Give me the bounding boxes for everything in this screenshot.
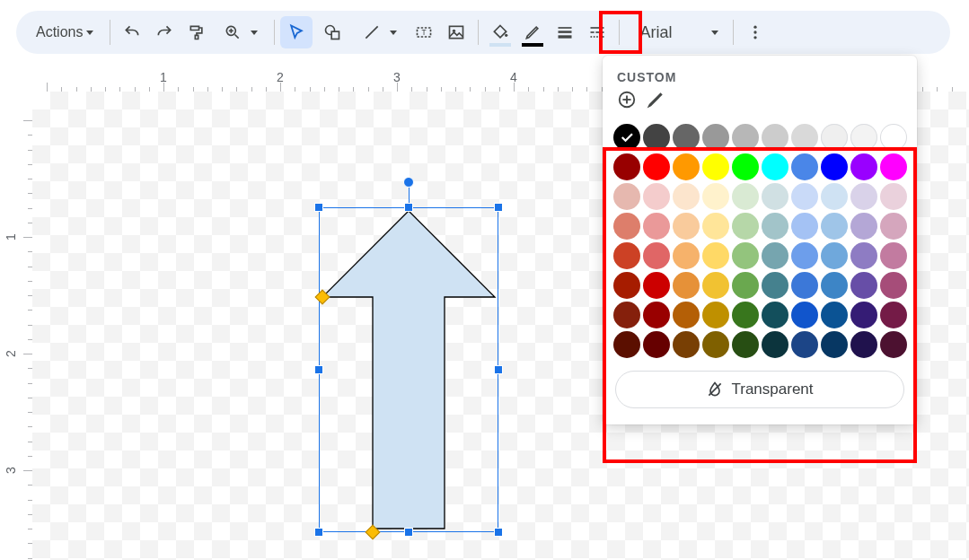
rotation-handle[interactable] <box>403 177 414 188</box>
color-swatch[interactable] <box>791 213 818 240</box>
image-button[interactable] <box>440 16 472 48</box>
transparent-button[interactable]: Transparent <box>615 371 904 408</box>
color-swatch[interactable] <box>880 302 907 328</box>
border-color-button[interactable] <box>516 16 549 48</box>
color-swatch[interactable] <box>673 331 700 358</box>
color-swatch[interactable] <box>821 213 848 240</box>
color-swatch[interactable] <box>643 183 670 210</box>
color-swatch[interactable] <box>821 153 848 180</box>
color-swatch[interactable] <box>791 124 818 151</box>
color-swatch[interactable] <box>732 272 759 299</box>
more-button[interactable] <box>739 16 771 48</box>
selected-shape[interactable] <box>319 207 498 532</box>
color-swatch[interactable] <box>850 153 877 180</box>
color-swatch[interactable] <box>821 272 848 299</box>
resize-handle-ne[interactable] <box>494 203 503 212</box>
color-swatch[interactable] <box>643 213 670 240</box>
color-swatch[interactable] <box>702 124 729 151</box>
color-swatch[interactable] <box>702 302 729 328</box>
color-swatch[interactable] <box>850 302 877 328</box>
resize-handle-s[interactable] <box>404 528 413 537</box>
color-swatch[interactable] <box>762 213 788 240</box>
color-swatch[interactable] <box>880 331 907 358</box>
line-menu[interactable] <box>352 16 408 48</box>
border-weight-button[interactable] <box>549 16 581 48</box>
color-swatch[interactable] <box>821 331 848 358</box>
color-swatch[interactable] <box>791 153 818 180</box>
color-swatch[interactable] <box>613 124 640 151</box>
color-swatch[interactable] <box>702 183 729 210</box>
color-swatch[interactable] <box>821 302 848 328</box>
color-swatch[interactable] <box>791 331 818 358</box>
select-tool[interactable] <box>280 16 313 48</box>
color-swatch[interactable] <box>732 124 759 151</box>
color-swatch[interactable] <box>762 242 788 269</box>
undo-button[interactable] <box>116 16 148 48</box>
resize-handle-e[interactable] <box>494 365 503 374</box>
color-swatch[interactable] <box>732 183 759 210</box>
color-swatch[interactable] <box>673 272 700 299</box>
color-swatch[interactable] <box>702 331 729 358</box>
color-swatch[interactable] <box>613 302 640 328</box>
color-swatch[interactable] <box>821 242 848 269</box>
color-swatch[interactable] <box>702 272 729 299</box>
color-swatch[interactable] <box>643 331 670 358</box>
color-swatch[interactable] <box>613 213 640 240</box>
color-swatch[interactable] <box>673 183 700 210</box>
color-swatch[interactable] <box>613 272 640 299</box>
color-swatch[interactable] <box>613 331 640 358</box>
color-swatch[interactable] <box>821 124 848 151</box>
color-swatch[interactable] <box>732 153 759 180</box>
color-swatch[interactable] <box>643 302 670 328</box>
color-swatch[interactable] <box>880 242 907 269</box>
color-swatch[interactable] <box>850 272 877 299</box>
color-swatch[interactable] <box>673 153 700 180</box>
color-swatch[interactable] <box>732 331 759 358</box>
fill-color-button[interactable] <box>484 16 516 48</box>
color-swatch[interactable] <box>821 183 848 210</box>
shape-menu[interactable] <box>313 16 352 48</box>
resize-handle-w[interactable] <box>314 365 323 374</box>
color-swatch[interactable] <box>673 242 700 269</box>
color-swatch[interactable] <box>850 124 877 151</box>
color-swatch[interactable] <box>613 242 640 269</box>
font-family-select[interactable]: Arial <box>625 16 727 48</box>
eyedropper-button[interactable] <box>646 90 665 113</box>
color-swatch[interactable] <box>762 331 788 358</box>
color-swatch[interactable] <box>673 124 700 151</box>
color-swatch[interactable] <box>850 242 877 269</box>
color-swatch[interactable] <box>850 213 877 240</box>
actions-menu[interactable]: Actions <box>25 16 104 48</box>
paint-format-button[interactable] <box>181 16 213 48</box>
color-swatch[interactable] <box>850 183 877 210</box>
color-swatch[interactable] <box>762 302 788 328</box>
color-swatch[interactable] <box>673 213 700 240</box>
color-swatch[interactable] <box>791 302 818 328</box>
redo-button[interactable] <box>148 16 181 48</box>
color-swatch[interactable] <box>702 153 729 180</box>
color-swatch[interactable] <box>880 213 907 240</box>
color-swatch[interactable] <box>762 272 788 299</box>
color-swatch[interactable] <box>702 213 729 240</box>
color-swatch[interactable] <box>762 124 788 151</box>
color-swatch[interactable] <box>880 272 907 299</box>
color-swatch[interactable] <box>673 302 700 328</box>
resize-handle-n[interactable] <box>404 203 413 212</box>
textbox-button[interactable]: T <box>408 16 440 48</box>
color-swatch[interactable] <box>880 124 907 151</box>
color-swatch[interactable] <box>643 272 670 299</box>
color-swatch[interactable] <box>702 242 729 269</box>
color-swatch[interactable] <box>762 183 788 210</box>
color-swatch[interactable] <box>791 272 818 299</box>
color-swatch[interactable] <box>880 183 907 210</box>
color-swatch[interactable] <box>643 242 670 269</box>
color-swatch[interactable] <box>613 183 640 210</box>
add-custom-color-button[interactable] <box>617 90 637 113</box>
color-swatch[interactable] <box>791 242 818 269</box>
color-swatch[interactable] <box>762 153 788 180</box>
color-swatch[interactable] <box>732 213 759 240</box>
color-swatch[interactable] <box>643 153 670 180</box>
color-swatch[interactable] <box>880 153 907 180</box>
resize-handle-nw[interactable] <box>314 203 323 212</box>
color-swatch[interactable] <box>791 183 818 210</box>
